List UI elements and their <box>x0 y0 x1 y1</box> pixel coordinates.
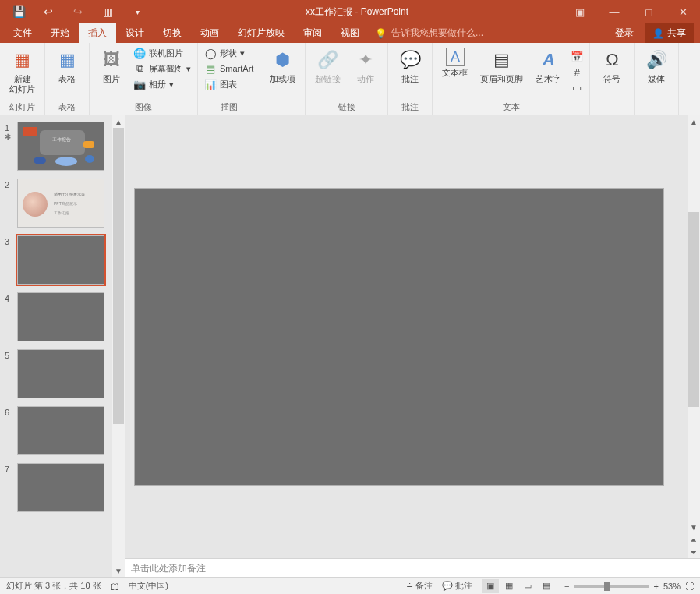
group-addins-label <box>265 102 300 115</box>
wordart-button[interactable]: A 艺术字 <box>531 46 566 86</box>
picture-icon: 🖼 <box>99 48 124 72</box>
thumbnail-4[interactable]: 4 <box>5 292 125 341</box>
accessibility-check-icon[interactable]: 🕮 <box>111 582 119 591</box>
media-button[interactable]: 🔊 媒体 <box>639 46 673 86</box>
comment-icon: 💬 <box>398 48 422 72</box>
photo-album-label: 相册 <box>149 79 166 90</box>
tab-review[interactable]: 审阅 <box>294 23 331 43</box>
online-pictures-label: 联机图片 <box>149 48 183 59</box>
scroll-down-icon[interactable]: ▼ <box>112 564 125 577</box>
undo-icon[interactable]: ↩ <box>34 1 62 23</box>
slide-canvas[interactable] <box>134 188 664 486</box>
notes-toggle[interactable]: ≐备注 <box>406 580 433 592</box>
symbol-label: 符号 <box>603 74 620 84</box>
save-icon[interactable]: 💾 <box>5 1 33 23</box>
textbox-label: 文本框 <box>442 68 468 78</box>
thumbnail-scrollbar[interactable]: ▲ ▼ <box>112 115 125 577</box>
table-button[interactable]: ▦ 表格 <box>50 46 84 86</box>
picture-button[interactable]: 🖼 图片 <box>94 46 129 86</box>
minimize-icon[interactable]: — <box>597 0 631 23</box>
comments-toggle[interactable]: 💬批注 <box>442 580 472 592</box>
zoom-out-button[interactable]: − <box>564 582 569 591</box>
thumbnail-6[interactable]: 6 <box>5 406 125 455</box>
scrollbar-handle[interactable] <box>688 212 699 407</box>
zoom-level[interactable]: 53% <box>663 582 681 591</box>
tab-animation[interactable]: 动画 <box>191 23 228 43</box>
zoom-in-button[interactable]: + <box>654 582 659 591</box>
zoom-slider-handle[interactable] <box>604 582 610 591</box>
new-slide-button[interactable]: ▦ 新建 幻灯片 <box>5 46 40 96</box>
tab-design[interactable]: 设计 <box>116 23 154 43</box>
thumbnail-number: 4 <box>5 292 17 341</box>
notes-toggle-label: 备注 <box>415 580 433 592</box>
hyperlink-button: 🔗 超链接 <box>310 46 345 86</box>
object-button[interactable]: ▭ <box>569 80 585 94</box>
tab-home[interactable]: 开始 <box>41 23 79 43</box>
lightbulb-icon: 💡 <box>375 28 387 39</box>
zoom-slider[interactable] <box>574 585 649 588</box>
normal-view-button[interactable]: ▣ <box>482 579 499 593</box>
tab-file[interactable]: 文件 <box>4 23 41 43</box>
comment-button[interactable]: 💬 批注 <box>393 46 427 86</box>
date-time-icon: 📅 <box>571 50 583 62</box>
reading-view-button[interactable]: ▭ <box>519 579 536 593</box>
thumbnail-5[interactable]: 5 <box>5 349 125 398</box>
thumbnail-3[interactable]: 3 <box>5 235 125 285</box>
scrollbar-handle[interactable] <box>113 128 124 424</box>
tab-slideshow[interactable]: 幻灯片放映 <box>228 23 294 43</box>
online-pictures-button[interactable]: 🌐联机图片 <box>132 46 193 60</box>
group-comments-label: 批注 <box>393 100 427 115</box>
next-slide-icon[interactable]: ⏷ <box>688 546 700 558</box>
addins-button[interactable]: ⬢ 加载项 <box>265 46 300 86</box>
textbox-icon: A <box>446 48 465 66</box>
header-footer-icon: ▤ <box>490 48 514 72</box>
object-icon: ▭ <box>571 81 583 94</box>
online-pictures-icon: 🌐 <box>133 47 146 59</box>
shapes-button[interactable]: ◯形状 ▾ <box>203 46 255 60</box>
hyperlink-icon: 🔗 <box>316 48 341 72</box>
photo-album-button[interactable]: 📷相册 ▾ <box>132 77 193 91</box>
slideshow-start-icon[interactable]: ▥ <box>94 1 122 23</box>
smartart-button[interactable]: ▤SmartArt <box>203 62 255 76</box>
notes-pane[interactable]: 单击此处添加备注 <box>125 558 700 577</box>
scroll-up-icon[interactable]: ▲ <box>688 115 700 128</box>
chart-icon: 📊 <box>204 78 217 90</box>
prev-slide-icon[interactable]: ⏶ <box>688 533 700 546</box>
wordart-icon: A <box>536 48 561 72</box>
tab-transition[interactable]: 切换 <box>154 23 191 43</box>
share-button[interactable]: 👤 共享 <box>645 23 694 43</box>
thumbnail-number: 3 <box>5 235 17 285</box>
scroll-up-icon[interactable]: ▲ <box>112 115 125 128</box>
language-status[interactable]: 中文(中国) <box>129 580 168 592</box>
notes-icon: ≐ <box>406 581 413 591</box>
action-button: ✦ 动作 <box>348 46 383 86</box>
header-footer-button[interactable]: ▤ 页眉和页脚 <box>476 46 528 86</box>
scroll-down-icon[interactable]: ▼ <box>688 521 700 533</box>
qat-customize-icon[interactable]: ▾ <box>123 1 151 23</box>
login-button[interactable]: 登录 <box>609 25 640 41</box>
slide-number-button[interactable]: # <box>569 65 585 79</box>
slide-editor[interactable]: ▲ ▼ ⏶ ⏷ <box>125 115 700 558</box>
chart-button[interactable]: 📊图表 <box>203 77 255 91</box>
thumbnail-2[interactable]: 2 适用于汇报展示等PPT商品展示工作汇报 <box>5 179 125 228</box>
maximize-icon[interactable]: ◻ <box>631 0 666 23</box>
thumbnail-number: 2 <box>5 179 17 228</box>
sorter-view-button[interactable]: ▦ <box>500 579 518 593</box>
group-links-label: 链接 <box>310 100 383 115</box>
tell-me-search[interactable]: 💡 告诉我您想要做什么... <box>369 27 609 40</box>
editor-scrollbar[interactable]: ▲ ▼ ⏶ ⏷ <box>688 115 700 558</box>
tab-view[interactable]: 视图 <box>331 23 369 43</box>
group-media-label <box>639 102 673 115</box>
close-icon[interactable]: ✕ <box>666 0 700 23</box>
slideshow-view-button[interactable]: ▤ <box>538 579 555 593</box>
shapes-label: 形状 <box>220 48 237 59</box>
ribbon-options-icon[interactable]: ▣ <box>563 0 597 23</box>
screenshot-button[interactable]: ⧉屏幕截图 ▾ <box>132 62 193 76</box>
date-time-button[interactable]: 📅 <box>569 49 585 63</box>
thumbnail-1[interactable]: 1✱ 工作报告 <box>5 122 125 171</box>
thumbnail-7[interactable]: 7 <box>5 463 125 512</box>
symbol-button[interactable]: Ω 符号 <box>595 46 629 86</box>
tab-insert[interactable]: 插入 <box>79 23 116 43</box>
textbox-button[interactable]: A 文本框 <box>437 46 472 80</box>
fit-to-window-button[interactable]: ⛶ <box>685 582 694 591</box>
